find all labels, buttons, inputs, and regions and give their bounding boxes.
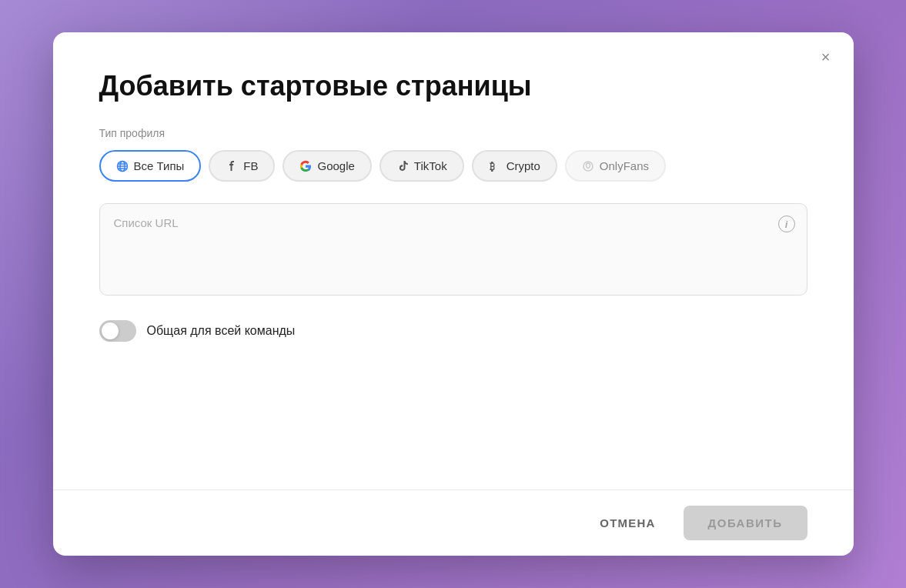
- tab-onlyfans[interactable]: OnlyFans: [565, 150, 666, 182]
- tab-onlyfans-label: OnlyFans: [600, 159, 649, 172]
- modal-body: Добавить стартовые страницы Тип профиля …: [53, 32, 854, 489]
- add-start-pages-modal: × Добавить стартовые страницы Тип профил…: [53, 32, 854, 556]
- tab-google[interactable]: Google: [282, 150, 371, 182]
- tab-tiktok[interactable]: TikTok: [379, 150, 464, 182]
- modal-footer: ОТМЕНА ДОБАВИТЬ: [53, 489, 854, 556]
- tab-crypto-label: Crypto: [506, 159, 540, 172]
- toggle-row: Общая для всей команды: [99, 320, 807, 342]
- profile-type-label: Тип профиля: [99, 127, 807, 139]
- url-input-wrapper: i: [99, 203, 807, 299]
- fb-icon: [226, 160, 238, 172]
- svg-text:₿: ₿: [490, 161, 495, 172]
- onlyfans-icon: [582, 160, 594, 172]
- tab-tiktok-label: TikTok: [414, 159, 447, 172]
- add-button[interactable]: ДОБАВИТЬ: [684, 506, 807, 540]
- modal-title: Добавить стартовые страницы: [99, 69, 807, 102]
- url-textarea[interactable]: [99, 203, 807, 296]
- tab-fb-label: FB: [243, 159, 258, 172]
- profile-tabs: Все Типы FB: [99, 150, 807, 182]
- close-button[interactable]: ×: [815, 46, 837, 68]
- globe-icon: [116, 160, 129, 172]
- crypto-icon: ₿: [489, 160, 501, 172]
- cancel-button[interactable]: ОТМЕНА: [587, 509, 667, 537]
- google-icon: [299, 160, 312, 172]
- team-toggle[interactable]: [99, 320, 136, 342]
- tab-google-label: Google: [317, 159, 354, 172]
- tab-crypto[interactable]: ₿ Crypto: [472, 150, 557, 182]
- tab-all-types-label: Все Типы: [134, 159, 185, 172]
- tab-fb[interactable]: FB: [209, 150, 275, 182]
- tab-all-types[interactable]: Все Типы: [99, 150, 202, 182]
- toggle-label: Общая для всей команды: [147, 324, 296, 338]
- info-icon[interactable]: i: [778, 215, 795, 232]
- tiktok-icon: [396, 160, 409, 172]
